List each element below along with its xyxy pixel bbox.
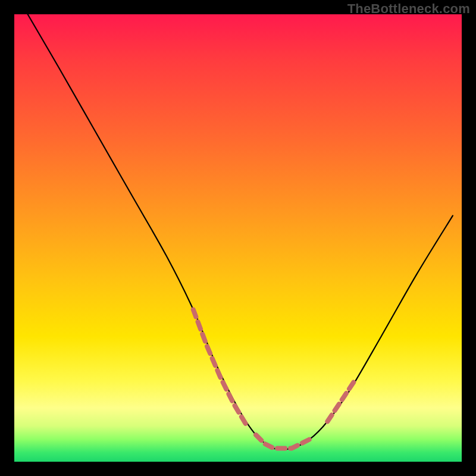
highlight-right-ascent [327,381,354,422]
bottleneck-curve [28,14,453,450]
highlight-left-descent [193,309,247,426]
plot-area [14,14,462,462]
highlight-valley [256,435,309,449]
curve-layer [14,14,462,462]
chart-frame: TheBottleneck.com [0,0,476,476]
